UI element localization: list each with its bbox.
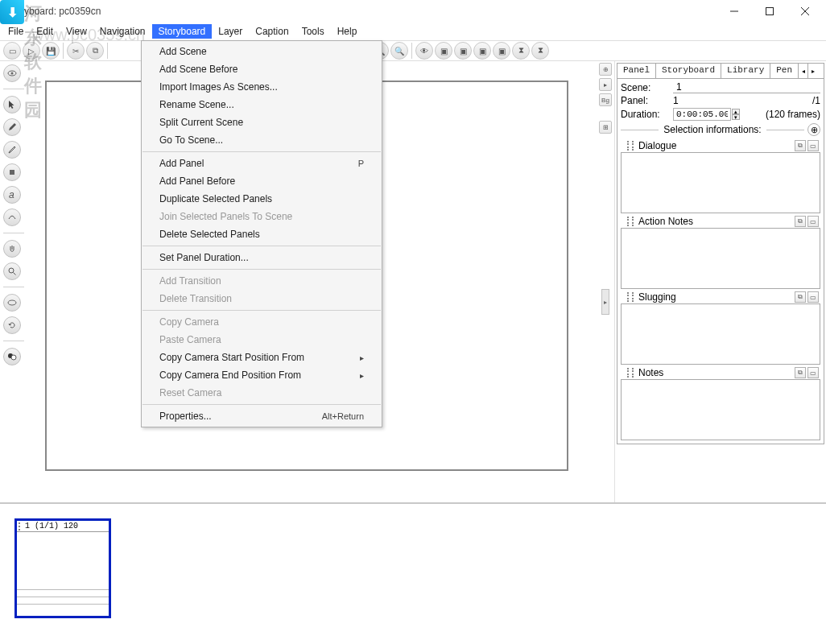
hourglass1-icon[interactable]: ⧗ [512, 42, 530, 60]
menu-caption[interactable]: Caption [249, 24, 295, 39]
menu-storyboard[interactable]: Storyboard [152, 24, 213, 39]
main-toolbar: ▭ ▷ 💾 ✂ ⧉ ⊞ 🔍 🔍 👁 ▣ ▣ ▣ ▣ ⧗ ⧗ [0, 40, 826, 61]
menu-item: Copy Camera [142, 313, 382, 331]
window-minimize[interactable] [717, 1, 752, 22]
copy-icon[interactable]: ⧉ [86, 42, 104, 60]
grip-icon[interactable] [627, 292, 634, 302]
rotate-tool-icon[interactable] [3, 316, 21, 334]
midtool-4-icon[interactable]: ⊞ [599, 121, 612, 134]
section-textarea[interactable] [621, 303, 820, 365]
section-copy-icon[interactable]: ⧉ [795, 216, 806, 227]
section-textarea[interactable] [621, 228, 820, 289]
menu-item[interactable]: Go To Scene... [142, 131, 382, 149]
svg-point-7 [11, 355, 16, 360]
layer4-icon[interactable]: ▣ [493, 42, 510, 60]
tab-storyboard[interactable]: Storyboard [656, 64, 721, 78]
grip-icon[interactable] [627, 368, 634, 378]
hand-tool-icon[interactable] [3, 240, 21, 258]
right-panel: Panel Storyboard Library Pen ◂ ▸ Scene: … [614, 61, 826, 502]
section-title: Dialogue [638, 140, 795, 151]
save-icon[interactable]: 💾 [42, 42, 60, 60]
menu-item[interactable]: Add PanelP [142, 155, 382, 172]
tab-prev-icon[interactable]: ◂ [799, 64, 808, 78]
menu-item[interactable]: Import Images As Scenes... [142, 78, 382, 96]
menu-layer[interactable]: Layer [212, 24, 249, 39]
section-expand-icon[interactable]: ▭ [807, 367, 819, 378]
view-tool-icon[interactable] [3, 64, 21, 82]
cut-icon[interactable]: ✂ [67, 42, 85, 60]
menu-view[interactable]: View [60, 24, 93, 39]
menu-item[interactable]: Duplicate Selected Panels [142, 190, 382, 208]
eye2-tool-icon[interactable] [3, 294, 21, 312]
color-tool-icon[interactable] [3, 348, 21, 365]
selection-header: Selection informations: [659, 124, 766, 135]
collapse-panel-icon[interactable]: ▸ [601, 289, 609, 315]
menu-navigation[interactable]: Navigation [93, 24, 152, 39]
menu-item[interactable]: Add Scene Before [142, 60, 382, 78]
midtool-2-icon[interactable]: ▸ [599, 78, 612, 91]
section-expand-icon[interactable]: ▭ [807, 216, 819, 227]
tab-next-icon[interactable]: ▸ [808, 64, 818, 78]
scene-value[interactable]: 1 [673, 81, 820, 93]
layer3-icon[interactable]: ▣ [473, 42, 491, 60]
duration-up-icon[interactable]: ▴ [732, 109, 740, 114]
menu-item[interactable]: Copy Camera Start Position From▸ [142, 349, 382, 366]
eye-icon[interactable]: 👁 [415, 42, 433, 60]
menu-item[interactable]: Properties...Alt+Return [142, 407, 382, 425]
section-textarea[interactable] [621, 152, 820, 213]
duration-label: Duration: [621, 109, 673, 120]
hourglass2-icon[interactable]: ⧗ [531, 42, 549, 60]
grip-icon[interactable] [627, 217, 634, 226]
menu-item[interactable]: Delete Selected Panels [142, 225, 382, 243]
zoom-tool-icon[interactable] [3, 262, 21, 280]
menu-item: Delete Transition [142, 290, 382, 308]
menu-item[interactable]: Rename Scene... [142, 96, 382, 114]
pencil-tool-icon[interactable] [3, 141, 21, 159]
menu-item: Paste Camera [142, 331, 382, 349]
timeline-thumbnail[interactable]: 1 (1/1) 120 [14, 518, 111, 618]
open-icon[interactable]: ▷ [23, 42, 40, 60]
menu-edit[interactable]: Edit [30, 24, 60, 39]
tab-pen[interactable]: Pen [770, 64, 799, 78]
menu-item[interactable]: Add Panel Before [142, 172, 382, 190]
eraser-tool-icon[interactable] [3, 208, 21, 226]
section-expand-icon[interactable]: ▭ [807, 291, 819, 303]
menu-item[interactable]: Add Scene [142, 43, 382, 60]
layer2-icon[interactable]: ▣ [454, 42, 472, 60]
zoom-out-icon[interactable]: 🔍 [390, 42, 408, 60]
grip-icon[interactable] [627, 141, 634, 151]
layer1-icon[interactable]: ▣ [435, 42, 452, 60]
menu-help[interactable]: Help [331, 24, 364, 39]
panel-total: /1 [812, 95, 820, 106]
section-copy-icon[interactable]: ⧉ [795, 140, 806, 151]
section-title: Slugging [638, 291, 795, 303]
brush-tool-icon[interactable] [3, 118, 21, 136]
menu-item[interactable]: Copy Camera End Position From▸ [142, 366, 382, 384]
section-textarea[interactable] [621, 379, 820, 440]
svg-point-4 [9, 268, 14, 273]
duration-down-icon[interactable]: ▾ [732, 114, 740, 120]
section-copy-icon[interactable]: ⧉ [795, 291, 806, 303]
window-maximize[interactable] [752, 1, 787, 22]
section-expand-icon[interactable]: ▭ [807, 140, 819, 151]
bucket-tool-icon[interactable] [3, 163, 21, 181]
duration-input[interactable] [673, 108, 731, 121]
add-section-icon[interactable]: ⊕ [807, 123, 820, 136]
pointer-tool-icon[interactable] [3, 96, 21, 114]
section-title: Action Notes [638, 216, 795, 227]
tab-library[interactable]: Library [721, 64, 770, 78]
menu-item[interactable]: Set Panel Duration... [142, 249, 382, 266]
menu-item[interactable]: Split Current Scene [142, 114, 382, 131]
window-close[interactable] [787, 1, 823, 22]
tab-panel[interactable]: Panel [617, 64, 656, 78]
section-copy-icon[interactable]: ⧉ [795, 367, 806, 378]
midtool-3-icon[interactable]: Bg [599, 93, 612, 106]
menu-item: Reset Camera [142, 384, 382, 402]
new-icon[interactable]: ▭ [3, 42, 21, 60]
text-tool-icon[interactable]: a [3, 186, 21, 204]
menu-tools[interactable]: Tools [295, 24, 331, 39]
section-title: Notes [638, 367, 795, 378]
midtool-1-icon[interactable]: ⊕ [599, 63, 612, 76]
menu-file[interactable]: File [2, 24, 30, 39]
svg-text:a: a [9, 190, 14, 200]
